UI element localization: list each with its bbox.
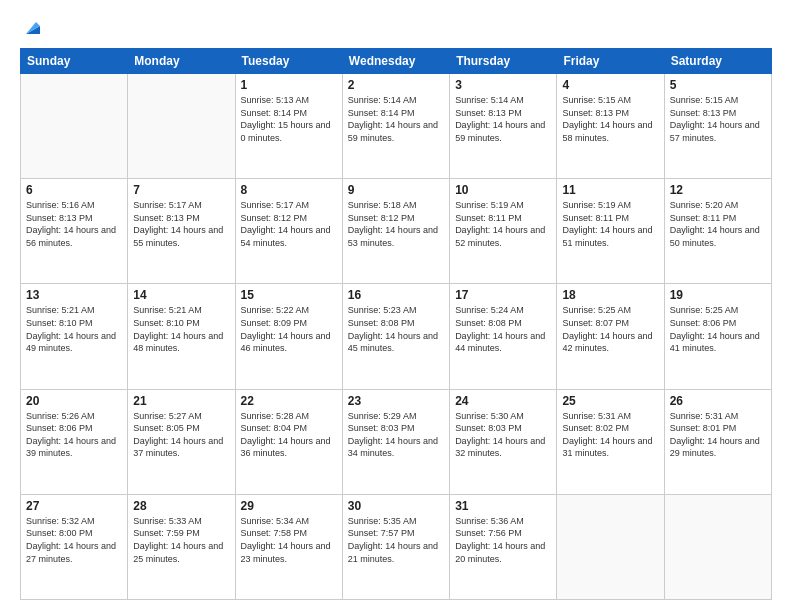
weekday-header-row: SundayMondayTuesdayWednesdayThursdayFrid…: [21, 49, 772, 74]
cell-details: Sunrise: 5:26 AM Sunset: 8:06 PM Dayligh…: [26, 410, 122, 460]
day-number: 18: [562, 288, 658, 302]
calendar-cell: 5 Sunrise: 5:15 AM Sunset: 8:13 PM Dayli…: [664, 74, 771, 179]
calendar-cell: 19 Sunrise: 5:25 AM Sunset: 8:06 PM Dayl…: [664, 284, 771, 389]
calendar-cell: 18 Sunrise: 5:25 AM Sunset: 8:07 PM Dayl…: [557, 284, 664, 389]
header: [20, 16, 772, 38]
day-number: 7: [133, 183, 229, 197]
week-row-5: 27 Sunrise: 5:32 AM Sunset: 8:00 PM Dayl…: [21, 494, 772, 599]
day-number: 29: [241, 499, 337, 513]
calendar-cell: 27 Sunrise: 5:32 AM Sunset: 8:00 PM Dayl…: [21, 494, 128, 599]
calendar-cell: 2 Sunrise: 5:14 AM Sunset: 8:14 PM Dayli…: [342, 74, 449, 179]
day-number: 3: [455, 78, 551, 92]
week-row-3: 13 Sunrise: 5:21 AM Sunset: 8:10 PM Dayl…: [21, 284, 772, 389]
cell-details: Sunrise: 5:22 AM Sunset: 8:09 PM Dayligh…: [241, 304, 337, 354]
calendar-cell: 10 Sunrise: 5:19 AM Sunset: 8:11 PM Dayl…: [450, 179, 557, 284]
day-number: 20: [26, 394, 122, 408]
weekday-header-sunday: Sunday: [21, 49, 128, 74]
cell-details: Sunrise: 5:21 AM Sunset: 8:10 PM Dayligh…: [133, 304, 229, 354]
day-number: 24: [455, 394, 551, 408]
calendar-cell: 25 Sunrise: 5:31 AM Sunset: 8:02 PM Dayl…: [557, 389, 664, 494]
day-number: 5: [670, 78, 766, 92]
calendar-cell: 8 Sunrise: 5:17 AM Sunset: 8:12 PM Dayli…: [235, 179, 342, 284]
calendar-cell: 9 Sunrise: 5:18 AM Sunset: 8:12 PM Dayli…: [342, 179, 449, 284]
calendar-cell: 3 Sunrise: 5:14 AM Sunset: 8:13 PM Dayli…: [450, 74, 557, 179]
calendar-cell: [21, 74, 128, 179]
day-number: 22: [241, 394, 337, 408]
calendar-cell: 13 Sunrise: 5:21 AM Sunset: 8:10 PM Dayl…: [21, 284, 128, 389]
logo-icon: [22, 16, 44, 38]
cell-details: Sunrise: 5:29 AM Sunset: 8:03 PM Dayligh…: [348, 410, 444, 460]
weekday-header-saturday: Saturday: [664, 49, 771, 74]
cell-details: Sunrise: 5:20 AM Sunset: 8:11 PM Dayligh…: [670, 199, 766, 249]
cell-details: Sunrise: 5:15 AM Sunset: 8:13 PM Dayligh…: [562, 94, 658, 144]
week-row-2: 6 Sunrise: 5:16 AM Sunset: 8:13 PM Dayli…: [21, 179, 772, 284]
day-number: 19: [670, 288, 766, 302]
day-number: 28: [133, 499, 229, 513]
day-number: 2: [348, 78, 444, 92]
cell-details: Sunrise: 5:17 AM Sunset: 8:13 PM Dayligh…: [133, 199, 229, 249]
calendar-cell: 30 Sunrise: 5:35 AM Sunset: 7:57 PM Dayl…: [342, 494, 449, 599]
day-number: 23: [348, 394, 444, 408]
cell-details: Sunrise: 5:27 AM Sunset: 8:05 PM Dayligh…: [133, 410, 229, 460]
calendar-cell: 22 Sunrise: 5:28 AM Sunset: 8:04 PM Dayl…: [235, 389, 342, 494]
calendar-cell: 31 Sunrise: 5:36 AM Sunset: 7:56 PM Dayl…: [450, 494, 557, 599]
calendar-cell: 15 Sunrise: 5:22 AM Sunset: 8:09 PM Dayl…: [235, 284, 342, 389]
cell-details: Sunrise: 5:31 AM Sunset: 8:02 PM Dayligh…: [562, 410, 658, 460]
calendar-cell: 16 Sunrise: 5:23 AM Sunset: 8:08 PM Dayl…: [342, 284, 449, 389]
day-number: 27: [26, 499, 122, 513]
weekday-header-wednesday: Wednesday: [342, 49, 449, 74]
day-number: 26: [670, 394, 766, 408]
calendar-cell: 20 Sunrise: 5:26 AM Sunset: 8:06 PM Dayl…: [21, 389, 128, 494]
calendar-cell: 26 Sunrise: 5:31 AM Sunset: 8:01 PM Dayl…: [664, 389, 771, 494]
calendar-table: SundayMondayTuesdayWednesdayThursdayFrid…: [20, 48, 772, 600]
cell-details: Sunrise: 5:19 AM Sunset: 8:11 PM Dayligh…: [455, 199, 551, 249]
week-row-4: 20 Sunrise: 5:26 AM Sunset: 8:06 PM Dayl…: [21, 389, 772, 494]
cell-details: Sunrise: 5:18 AM Sunset: 8:12 PM Dayligh…: [348, 199, 444, 249]
day-number: 21: [133, 394, 229, 408]
calendar-cell: 17 Sunrise: 5:24 AM Sunset: 8:08 PM Dayl…: [450, 284, 557, 389]
day-number: 6: [26, 183, 122, 197]
calendar-cell: [557, 494, 664, 599]
cell-details: Sunrise: 5:25 AM Sunset: 8:07 PM Dayligh…: [562, 304, 658, 354]
cell-details: Sunrise: 5:28 AM Sunset: 8:04 PM Dayligh…: [241, 410, 337, 460]
day-number: 25: [562, 394, 658, 408]
day-number: 12: [670, 183, 766, 197]
day-number: 30: [348, 499, 444, 513]
calendar-cell: 28 Sunrise: 5:33 AM Sunset: 7:59 PM Dayl…: [128, 494, 235, 599]
day-number: 11: [562, 183, 658, 197]
calendar-cell: 6 Sunrise: 5:16 AM Sunset: 8:13 PM Dayli…: [21, 179, 128, 284]
calendar-cell: 23 Sunrise: 5:29 AM Sunset: 8:03 PM Dayl…: [342, 389, 449, 494]
day-number: 17: [455, 288, 551, 302]
calendar-cell: 7 Sunrise: 5:17 AM Sunset: 8:13 PM Dayli…: [128, 179, 235, 284]
cell-details: Sunrise: 5:30 AM Sunset: 8:03 PM Dayligh…: [455, 410, 551, 460]
cell-details: Sunrise: 5:23 AM Sunset: 8:08 PM Dayligh…: [348, 304, 444, 354]
cell-details: Sunrise: 5:24 AM Sunset: 8:08 PM Dayligh…: [455, 304, 551, 354]
calendar-cell: [128, 74, 235, 179]
cell-details: Sunrise: 5:19 AM Sunset: 8:11 PM Dayligh…: [562, 199, 658, 249]
cell-details: Sunrise: 5:14 AM Sunset: 8:14 PM Dayligh…: [348, 94, 444, 144]
day-number: 15: [241, 288, 337, 302]
cell-details: Sunrise: 5:13 AM Sunset: 8:14 PM Dayligh…: [241, 94, 337, 144]
day-number: 31: [455, 499, 551, 513]
cell-details: Sunrise: 5:36 AM Sunset: 7:56 PM Dayligh…: [455, 515, 551, 565]
cell-details: Sunrise: 5:31 AM Sunset: 8:01 PM Dayligh…: [670, 410, 766, 460]
cell-details: Sunrise: 5:17 AM Sunset: 8:12 PM Dayligh…: [241, 199, 337, 249]
day-number: 14: [133, 288, 229, 302]
day-number: 4: [562, 78, 658, 92]
calendar-cell: [664, 494, 771, 599]
cell-details: Sunrise: 5:16 AM Sunset: 8:13 PM Dayligh…: [26, 199, 122, 249]
cell-details: Sunrise: 5:15 AM Sunset: 8:13 PM Dayligh…: [670, 94, 766, 144]
weekday-header-monday: Monday: [128, 49, 235, 74]
day-number: 10: [455, 183, 551, 197]
cell-details: Sunrise: 5:14 AM Sunset: 8:13 PM Dayligh…: [455, 94, 551, 144]
cell-details: Sunrise: 5:34 AM Sunset: 7:58 PM Dayligh…: [241, 515, 337, 565]
day-number: 8: [241, 183, 337, 197]
weekday-header-thursday: Thursday: [450, 49, 557, 74]
calendar-cell: 12 Sunrise: 5:20 AM Sunset: 8:11 PM Dayl…: [664, 179, 771, 284]
calendar-cell: 24 Sunrise: 5:30 AM Sunset: 8:03 PM Dayl…: [450, 389, 557, 494]
calendar-cell: 14 Sunrise: 5:21 AM Sunset: 8:10 PM Dayl…: [128, 284, 235, 389]
day-number: 1: [241, 78, 337, 92]
calendar-cell: 1 Sunrise: 5:13 AM Sunset: 8:14 PM Dayli…: [235, 74, 342, 179]
calendar-cell: 11 Sunrise: 5:19 AM Sunset: 8:11 PM Dayl…: [557, 179, 664, 284]
weekday-header-tuesday: Tuesday: [235, 49, 342, 74]
